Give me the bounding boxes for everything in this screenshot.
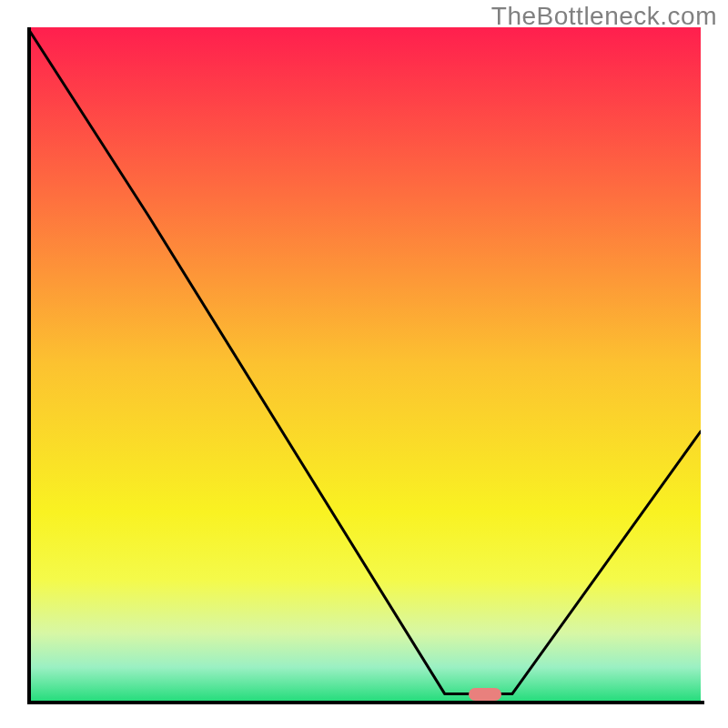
y-axis-line [27, 27, 31, 704]
chart-stage: TheBottleneck.com [0, 0, 728, 728]
watermark-text: TheBottleneck.com [491, 2, 717, 31]
plot-area [27, 27, 701, 701]
optimal-marker [469, 688, 501, 701]
x-axis-line [27, 701, 704, 704]
bottleneck-curve [27, 27, 701, 701]
